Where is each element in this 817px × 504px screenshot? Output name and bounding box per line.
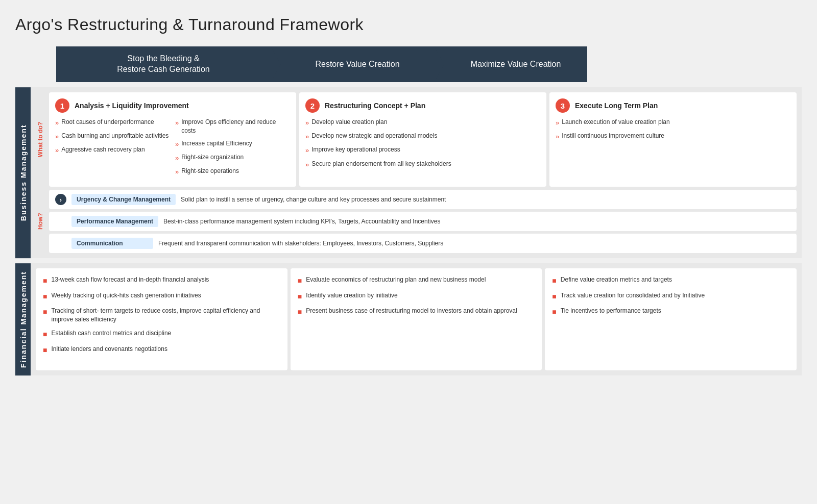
square-bullet-icon: ■ [298, 276, 302, 286]
phase-card-1: 1 Analysis + Liquidity Improvement » Roo… [49, 92, 296, 187]
list-item: » Increase capital Efficiency [175, 139, 290, 149]
header-arrow-1-label: Stop the Bleeding & Restore Cash Generat… [117, 54, 209, 75]
list-item: » Improve key operational process [305, 145, 540, 155]
list-item: ■ Initiate lenders and covenants negotia… [43, 345, 280, 356]
what-todo-row: What to do? 1 Analysis + Liquidity Impro… [36, 92, 797, 187]
how-item-comm-label: Communication [71, 238, 153, 249]
how-item-urgency-label: Urgency & Change Management [71, 194, 176, 205]
square-bullet-icon: ■ [552, 276, 556, 286]
how-item-comm-text: Frequent and transparent communication w… [158, 240, 443, 247]
financial-management-label: Financial Management [15, 263, 31, 375]
phase-1-title: Analysis + Liquidity Improvement [75, 102, 189, 110]
business-management-section: Business Management What to do? 1 Analys… [15, 87, 802, 258]
list-item: ■ 13-week cash flow forecast and in-dept… [43, 275, 280, 286]
list-item: » Launch execution of value creation pla… [556, 118, 790, 128]
how-item-perf: › Performance Management Best-in-class p… [49, 212, 797, 231]
list-item: » Develop value creation plan [305, 118, 540, 128]
square-bullet-icon: ■ [298, 307, 302, 317]
list-item: ■ Evaluate economics of restructuring pl… [298, 275, 535, 286]
header-arrow-2: Restore Value Creation [271, 46, 434, 82]
list-item: ■ Tie incentives to performance targets [552, 307, 789, 317]
phase-2-body: » Develop value creation plan » Develop … [305, 118, 540, 173]
list-item: ■ Define value creation metrics and targ… [552, 275, 789, 286]
list-item: ■ Identify value creation by initiative [298, 291, 535, 302]
fm-content: ■ 13-week cash flow forecast and in-dept… [31, 263, 802, 375]
chevron-right-icon: » [55, 132, 59, 141]
list-item: ■ Establish cash control metrics and dis… [43, 329, 280, 340]
list-item: » Root causes of underperformance [55, 118, 170, 128]
how-item-urgency: › Urgency & Change Management Solid plan… [49, 190, 797, 209]
phase-1-col1: » Root causes of underperformance » Cash… [55, 118, 170, 181]
phase-card-2: 2 Restructuring Concept + Plan » Develop… [299, 92, 546, 187]
phase-3-body: » Launch execution of value creation pla… [556, 118, 790, 145]
chevron-right-icon: » [55, 118, 59, 128]
how-item-perf-label: Performance Management [71, 216, 158, 227]
list-item: » Secure plan endorsement from all key s… [305, 160, 540, 169]
square-bullet-icon: ■ [43, 307, 47, 317]
phase-1-header: 1 Analysis + Liquidity Improvement [55, 98, 290, 113]
chevron-right-icon: » [175, 118, 179, 128]
square-bullet-icon: ■ [552, 307, 556, 317]
phase-card-3: 3 Execute Long Term Plan » Launch execut… [549, 92, 797, 187]
header-arrow-1: Stop the Bleeding & Restore Cash Generat… [56, 46, 271, 82]
how-item-urgency-text: Solid plan to instill a sense of urgency… [181, 196, 446, 203]
list-item: » Right-size operations [175, 167, 290, 177]
phase-1-number: 1 [55, 98, 69, 113]
fm-card-1: ■ 13-week cash flow forecast and in-dept… [36, 268, 287, 370]
how-item-comm: › Communication Frequent and transparent… [49, 234, 797, 253]
square-bullet-icon: ■ [43, 276, 47, 286]
fm-card-3: ■ Define value creation metrics and targ… [545, 268, 797, 370]
header-arrow-2-label: Restore Value Creation [315, 59, 399, 70]
chevron-right-icon: » [305, 146, 309, 155]
square-bullet-icon: ■ [43, 345, 47, 356]
chevron-right-icon: » [305, 118, 309, 128]
list-item: » Instill continuous improvement culture [556, 132, 790, 141]
chevron-right-icon: » [175, 140, 179, 149]
chevron-right-icon: » [305, 160, 309, 169]
phase-3-number: 3 [556, 98, 570, 113]
bm-content: What to do? 1 Analysis + Liquidity Impro… [31, 87, 802, 258]
chevron-right-icon: » [556, 118, 559, 128]
phase-2-header: 2 Restructuring Concept + Plan [305, 98, 540, 113]
main-container: Stop the Bleeding & Restore Cash Generat… [15, 46, 802, 375]
phase-1-body: » Root causes of underperformance » Cash… [55, 118, 290, 181]
chevron-right-icon: » [556, 132, 559, 141]
page-title: Argo's Restructuring & Turnaround Framew… [15, 15, 802, 34]
chevron-right-icon: » [175, 167, 179, 177]
phase-3-col1: » Launch execution of value creation pla… [556, 118, 790, 145]
fm-card-2: ■ Evaluate economics of restructuring pl… [291, 268, 542, 370]
square-bullet-icon: ■ [298, 292, 302, 302]
how-items: › Urgency & Change Management Solid plan… [49, 190, 797, 253]
what-label: What to do? [36, 92, 46, 187]
list-item: » Develop new strategic and operational … [305, 132, 540, 141]
chevron-icon: › [55, 194, 66, 205]
how-label: How? [36, 190, 46, 253]
phase-1-col2: » Improve Ops efficiency and reduce cost… [175, 118, 290, 181]
square-bullet-icon: ■ [43, 292, 47, 302]
list-item: ■ Present business case of restructuring… [298, 307, 535, 317]
list-item: » Improve Ops efficiency and reduce cost… [175, 118, 290, 135]
list-item: » Cash burning and unprofitable activiti… [55, 132, 170, 141]
chevron-right-icon: » [55, 146, 59, 155]
list-item: ■ Weekly tracking of quick-hits cash gen… [43, 291, 280, 302]
square-bullet-icon: ■ [43, 330, 47, 340]
chevron-right-icon: » [175, 154, 179, 163]
list-item: » Right-size organization [175, 153, 290, 163]
financial-management-section: Financial Management ■ 13-week cash flow… [15, 263, 802, 375]
list-item: » Aggressive cash recovery plan [55, 145, 170, 155]
how-item-perf-text: Best-in-class performance management sys… [163, 218, 440, 225]
header-arrow-3-label: Maximize Value Creation [471, 59, 561, 70]
how-row: How? › Urgency & Change Management Solid… [36, 190, 797, 253]
phase-3-title: Execute Long Term Plan [575, 102, 658, 110]
phase-2-col1: » Develop value creation plan » Develop … [305, 118, 540, 173]
chevron-right-icon: » [305, 132, 309, 141]
phase-3-header: 3 Execute Long Term Plan [556, 98, 790, 113]
phase-2-number: 2 [305, 98, 320, 113]
phase-2-title: Restructuring Concept + Plan [325, 102, 425, 110]
list-item: ■ Track value creation for consolidated … [552, 291, 789, 302]
phases-row: 1 Analysis + Liquidity Improvement » Roo… [49, 92, 797, 187]
business-management-label: Business Management [15, 87, 31, 258]
list-item: ■ Tracking of short- term targets to red… [43, 307, 280, 324]
header-arrows: Stop the Bleeding & Restore Cash Generat… [56, 46, 802, 82]
square-bullet-icon: ■ [552, 292, 556, 302]
